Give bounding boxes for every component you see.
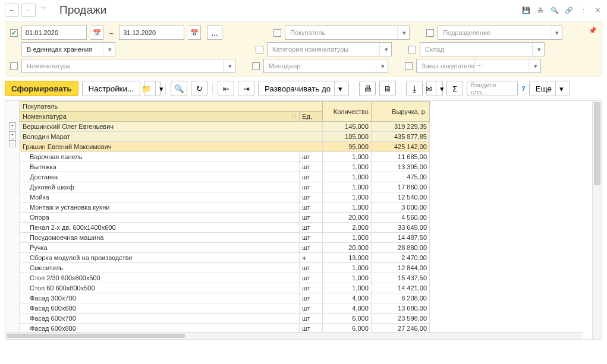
column-qty[interactable]: Количество — [323, 102, 372, 122]
column-buyer[interactable]: Покупатель — [20, 102, 323, 112]
department-filter-checkbox[interactable] — [426, 29, 434, 37]
nomenclature-combo[interactable]: Номенклатура▾ — [21, 59, 235, 73]
item-row[interactable]: Смесительшт1,00012 844,00 — [20, 263, 430, 273]
preview-icon[interactable]: 🔍 — [550, 5, 559, 15]
group-row[interactable]: Володин Марат105,000435 877,85 — [20, 132, 430, 142]
item-row[interactable]: Фасад 600х700шт6,00023 598,00 — [20, 314, 430, 324]
arrows-icon: ↻ — [196, 84, 203, 93]
item-row[interactable]: Вытяжкашт1,00013 395,00 — [20, 162, 430, 172]
tree-toggle-button[interactable]: + — [9, 131, 16, 138]
filter-panel: 📌 01.01.2020 📅 – 31.12.2020 📅 ... Покупа… — [5, 21, 602, 77]
item-row[interactable]: Фасад 300х700шт4,0008 208,00 — [20, 293, 430, 303]
date-to-calendar-button[interactable]: 📅 — [188, 26, 201, 40]
collapse-icon: ⇤ — [223, 84, 229, 93]
more-button[interactable]: Еще▾ — [529, 81, 570, 96]
expand-icon: ⇥ — [243, 84, 250, 93]
link-icon[interactable]: 🔗 — [564, 5, 574, 15]
horizontal-scrollbar[interactable] — [5, 332, 583, 339]
item-row[interactable]: Доставкашт1,000475,00 — [20, 172, 430, 182]
category-combo[interactable]: Категория номенклатуры▾ — [267, 42, 392, 56]
print-button[interactable]: 🖶 — [359, 81, 376, 96]
group-row[interactable]: Гришин Евгений Максимович95,000425 142,0… — [20, 142, 430, 152]
nav-forward-button[interactable]: → — [21, 4, 36, 17]
mail-icon: ✉ — [426, 84, 432, 93]
close-icon[interactable]: ✕ — [593, 5, 602, 15]
item-row[interactable]: Духовой шкафшт1,00017 860,00 — [20, 182, 430, 192]
buyer-combo[interactable]: Покупатель▾ — [285, 26, 410, 40]
send-button[interactable]: ✉▾ — [426, 81, 443, 96]
manager-combo[interactable]: Менеджер▾ — [263, 59, 388, 73]
warehouse-combo[interactable]: Склад▾ — [420, 42, 545, 56]
save-icon: ⭳ — [411, 84, 419, 93]
print-icon[interactable]: 🖶 — [536, 5, 545, 15]
manager-filter-checkbox[interactable] — [252, 62, 260, 70]
date-filter-checkbox[interactable] — [10, 29, 18, 37]
favorite-star-icon[interactable]: ☆ — [40, 4, 52, 16]
item-row[interactable]: Посудомоечная машинашт1,00014 487,50 — [20, 233, 430, 243]
column-revenue[interactable]: Выручка, р. — [371, 102, 429, 122]
print-preview-button[interactable]: 🗎 — [379, 81, 396, 96]
buyer-filter-checkbox[interactable] — [273, 29, 281, 37]
help-icon[interactable]: ? — [521, 85, 526, 92]
order-combo[interactable]: Заказ покупателя⋯▾ — [416, 59, 541, 73]
find-button[interactable]: 🔍 — [171, 81, 187, 96]
item-row[interactable]: Монтаж и установка кухништ1,0003 000,00 — [20, 202, 430, 213]
pin-icon[interactable]: 📌 — [589, 27, 597, 34]
expand-to-button[interactable]: Разворачивать до▾ — [258, 81, 349, 96]
sigma-icon: Σ — [452, 84, 457, 93]
save-icon[interactable]: 💾 — [521, 5, 531, 15]
order-filter-checkbox[interactable] — [405, 62, 413, 70]
date-to-input[interactable]: 31.12.2020 — [119, 26, 184, 40]
sort-icon: ↓↑ — [291, 113, 297, 119]
preview-page-icon: 🗎 — [384, 84, 392, 93]
expand-groups-button[interactable]: ⇥ — [238, 81, 254, 96]
tree-toggle-button[interactable]: + — [9, 122, 16, 129]
item-row[interactable]: Варочная панельшт1,00011 685,00 — [20, 152, 430, 162]
find-next-button[interactable]: ↻ — [191, 81, 207, 96]
nav-back-button[interactable]: ← — [5, 4, 19, 17]
units-combo[interactable]: В единицах хранения▾ — [21, 42, 115, 56]
page-title: Продажи — [59, 4, 519, 17]
warehouse-filter-checkbox[interactable] — [408, 46, 416, 53]
column-unit[interactable]: Ед. — [300, 112, 323, 122]
nomenclature-filter-checkbox[interactable] — [10, 62, 18, 70]
tree-toggle-button[interactable]: − — [9, 140, 16, 147]
column-nomenclature[interactable]: Номенклатура↓↑ — [20, 112, 300, 122]
search-icon: 🔍 — [174, 84, 184, 93]
item-row[interactable]: Ручкашт20,00028 880,00 — [20, 243, 430, 253]
department-combo[interactable]: Подразделение▾ — [438, 26, 562, 40]
sum-button[interactable]: Σ — [446, 81, 463, 96]
vertical-scrollbar[interactable] — [592, 101, 602, 339]
item-row[interactable]: Пенал 2-х дв. 600х1400х600шт2,00033 649,… — [20, 223, 430, 233]
save-as-button[interactable]: ⭳ — [406, 81, 423, 96]
item-row[interactable]: Стол 60 600х800х500шт1,00014 421,00 — [20, 283, 430, 293]
generate-button[interactable]: Сформировать — [5, 81, 78, 96]
item-row[interactable]: Фасад 600х600шт4,00013 680,00 — [20, 303, 430, 314]
group-row[interactable]: Вершинский Олег Евгеньевич145,000319 229… — [20, 122, 430, 132]
item-row[interactable]: Опорашт20,0004 560,00 — [20, 213, 430, 223]
print-icon: 🖶 — [364, 84, 372, 93]
item-row[interactable]: Сборка модулей на производствеч13,0002 4… — [20, 253, 430, 263]
date-from-input[interactable]: 01.01.2020 — [21, 26, 87, 40]
item-row[interactable]: Мойкашт1,00012 540,00 — [20, 192, 430, 202]
date-from-calendar-button[interactable]: 📅 — [90, 26, 103, 40]
search-input[interactable]: Введите сло... — [467, 81, 518, 96]
category-filter-checkbox[interactable] — [256, 46, 263, 53]
collapse-groups-button[interactable]: ⇤ — [218, 81, 234, 96]
kebab-icon[interactable]: ⋮ — [578, 5, 588, 15]
settings-button[interactable]: Настройки... — [82, 81, 140, 96]
folder-icon: 📁 — [141, 84, 152, 93]
report-variants-button[interactable]: 📁▾ — [144, 81, 161, 96]
date-dialog-button[interactable]: ... — [207, 26, 222, 40]
item-row[interactable]: Стол 2/30 600х800х500шт1,00015 437,50 — [20, 273, 430, 283]
